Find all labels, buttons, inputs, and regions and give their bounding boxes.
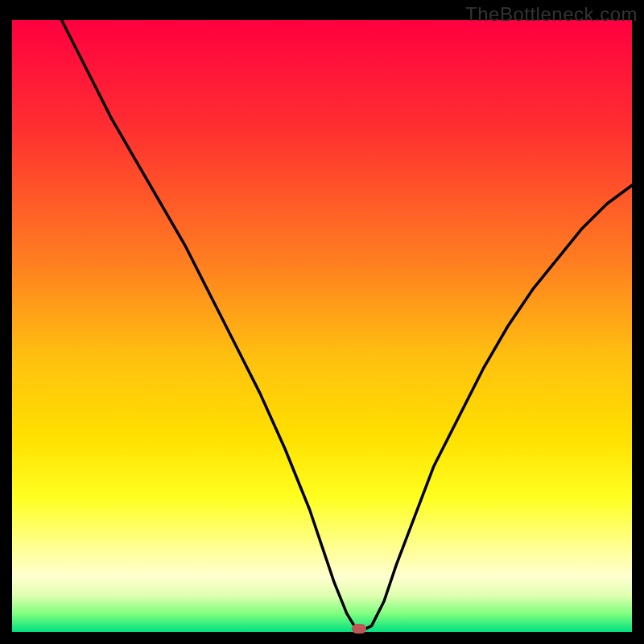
chart-frame [12,20,632,632]
bottleneck-curve [12,20,632,632]
watermark-text: TheBottleneck.com [465,3,638,26]
optimum-marker [352,624,366,634]
plot-area [12,20,632,632]
